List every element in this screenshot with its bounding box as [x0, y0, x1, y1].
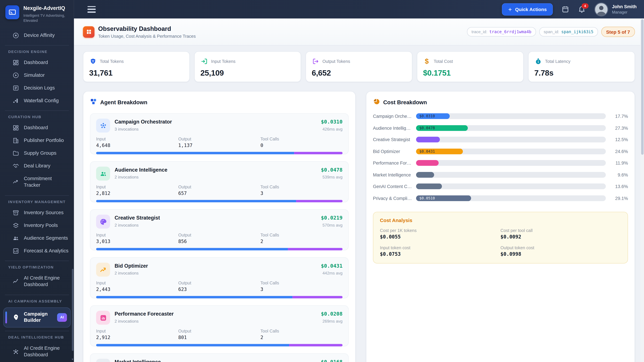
- play-circle-icon: [12, 72, 19, 79]
- page-title: Observability Dashboard: [98, 25, 196, 32]
- list-icon: [12, 84, 19, 91]
- app-viewport: Nexgile-AdvertIQ Intelligent TV Advertis…: [0, 0, 644, 362]
- agent-breakdown-icon: [90, 98, 97, 107]
- output-arrow-icon: [312, 57, 319, 65]
- sidebar-item-device-affinity[interactable]: Device Affinity: [0, 29, 74, 42]
- agent-latency: 426ms avg: [321, 127, 342, 131]
- cost-row: Creative Strategist 12.5%: [373, 137, 628, 142]
- calendar-icon[interactable]: [562, 5, 569, 13]
- sidebar-item-commitment-tracker[interactable]: Commitment Tracker: [0, 172, 74, 192]
- sidebar-item-inventory-pools[interactable]: Inventory Pools: [0, 219, 74, 232]
- stat-value: 25,109: [200, 68, 295, 78]
- sidebar-item-audience-segments[interactable]: Audience Segments: [0, 232, 74, 245]
- section-label-inventory-management: INVENTORY MANAGEMENT: [0, 196, 74, 206]
- stat-value: 31,761: [89, 68, 184, 78]
- agent-card-creative-strategist: Creative Strategist 2 invocations $0.021…: [90, 209, 349, 250]
- main-scrollbar-thumb[interactable]: [641, 19, 644, 155]
- agent-latency: 570ms avg: [321, 223, 342, 227]
- sidebar-item-dashboard[interactable]: Dashboard: [0, 56, 74, 69]
- analysis-item: Cost per 1K tokens $0.0055: [380, 228, 500, 240]
- brand-subtitle: Intelligent TV Advertising, Elevated: [24, 13, 66, 23]
- stopwatch-icon: [534, 57, 542, 65]
- main-content: Observability Dashboard Token Usage, Cos…: [74, 18, 644, 362]
- main-scrollbar-track[interactable]: [640, 18, 644, 362]
- agent-cost: $0.0219: [321, 215, 342, 221]
- agent-card-audience-intelligence: Audience Intelligence 2 invocations $0.0…: [90, 161, 349, 202]
- sidebar: Nexgile-AdvertIQ Intelligent TV Advertis…: [0, 0, 74, 362]
- agent-card-campaign-orchestrator: Campaign Orchestrator 3 invocations $0.0…: [90, 113, 349, 154]
- sidebar-item-inventory-sources[interactable]: Inventory Sources: [0, 206, 74, 219]
- palette-icon: [96, 215, 110, 229]
- panel-title: Cost Breakdown: [383, 99, 427, 106]
- page-header: Observability Dashboard Token Usage, Cos…: [74, 18, 644, 45]
- trending-icon: [12, 179, 19, 186]
- input-arrow-icon: [200, 57, 208, 65]
- stats-row: Total Tokens 31,761 Input Tokens 25,109 …: [83, 51, 635, 82]
- cost-row: Performance Forecaster 11.9%: [373, 160, 628, 166]
- waterfall-icon: [12, 97, 19, 104]
- notification-badge: 4: [582, 3, 589, 9]
- brand-logo-icon: [5, 5, 19, 19]
- user-menu[interactable]: John Smith Manager: [594, 2, 636, 16]
- agent-latency: 539ms avg: [321, 175, 342, 179]
- sidebar-item-curation-dashboard[interactable]: Dashboard: [0, 121, 74, 134]
- stat-card-input-tokens: Input Tokens 25,109: [194, 51, 301, 82]
- agent-card-bid-optimizer: Bid Optimizer 2 invocations $0.0431 442m…: [90, 257, 349, 299]
- sidebar-item-campaign-builder[interactable]: Campaign Builder AI: [3, 307, 71, 328]
- active-indicator: [5, 311, 7, 323]
- handshake-icon: [12, 162, 19, 169]
- dollar-icon: $: [423, 57, 430, 65]
- agent-cost: $0.0208: [321, 311, 342, 317]
- agent-latency: 442ms avg: [321, 271, 342, 275]
- stat-value: 6,652: [312, 68, 406, 78]
- sidebar-item-deal-ai-credit-engine-dashboard[interactable]: AI Credit Engine Dashboard: [0, 342, 74, 362]
- archive-icon: [12, 209, 19, 216]
- menu-icon[interactable]: [88, 6, 96, 12]
- layout-grid-icon: [12, 59, 19, 66]
- shield-tokens-icon: [89, 57, 96, 65]
- sidebar-scrollbar[interactable]: [72, 269, 74, 351]
- sidebar-item-simulator[interactable]: Simulator: [0, 69, 74, 82]
- cost-row: Bid Optimizer $0.0431 24.6%: [373, 148, 628, 154]
- stat-value: 7.78s: [534, 68, 629, 78]
- token-split-bar: [96, 200, 342, 202]
- sidebar-item-forecast-analytics[interactable]: Forecast & Analytics: [0, 245, 74, 257]
- cost-analysis-title: Cost Analysis: [380, 217, 621, 223]
- globe-icon: [96, 359, 110, 362]
- badge-star-icon: [12, 32, 19, 39]
- step-badge: Step 5 of 7: [601, 27, 635, 37]
- stat-card-total-latency: Total Latency 7.78s: [528, 51, 635, 82]
- trending-up-icon: [96, 263, 110, 277]
- sidebar-item-publisher-portfolio[interactable]: Publisher Portfolio: [0, 134, 74, 147]
- layout-grid-icon: [12, 124, 19, 131]
- cost-row: Audience Intelligence $0.0478 27.3%: [373, 125, 628, 131]
- agent-cost: $0.0431: [321, 263, 342, 269]
- agent-cost: $0.0168: [321, 359, 342, 362]
- sparkle-trend-icon: [12, 278, 19, 285]
- sidebar-item-supply-groups[interactable]: Supply Groups: [0, 147, 74, 160]
- agent-card-performance-forecaster: Performance Forecaster 2 invocations $0.…: [90, 305, 349, 347]
- analysis-item: Output token cost $0.0998: [500, 245, 621, 257]
- users-icon: [12, 235, 19, 242]
- bell-icon[interactable]: 4: [578, 5, 586, 13]
- quick-actions-button[interactable]: + Quick Actions: [502, 3, 553, 15]
- orchestrator-icon: [96, 119, 110, 133]
- agent-card-market-intelligence: Market Intelligence $0.0168: [90, 354, 349, 362]
- building-icon: [12, 137, 19, 144]
- sidebar-item-waterfall-config[interactable]: Waterfall Config: [0, 94, 74, 107]
- stat-card-total-cost: $ Total Cost $0.1751: [417, 51, 524, 82]
- section-label-ai-campaign-assembly: AI CAMPAIGN ASSEMBLY: [0, 295, 74, 306]
- dashboard-grid-icon: [83, 26, 94, 38]
- cost-row: Campaign Orchestrator $0.0310 17.7%: [373, 113, 628, 119]
- sidebar-nav: Device Affinity DECISION ENGINE Dashboar…: [0, 27, 74, 362]
- sidebar-scroll-down-arrow[interactable]: ▼: [71, 358, 74, 361]
- brand: Nexgile-AdvertIQ Intelligent TV Advertis…: [0, 0, 74, 27]
- plus-icon: +: [508, 6, 512, 12]
- agent-cost: $0.0310: [321, 119, 342, 125]
- stat-value: $0.1751: [423, 68, 518, 78]
- brand-title: Nexgile-AdvertIQ: [24, 5, 66, 12]
- user-name: John Smith: [612, 4, 636, 9]
- sidebar-item-ai-credit-engine-dashboard[interactable]: AI Credit Engine Dashboard: [0, 272, 74, 292]
- sidebar-item-deal-library[interactable]: Deal Library: [0, 160, 74, 172]
- sidebar-item-decision-logs[interactable]: Decision Logs: [0, 82, 74, 94]
